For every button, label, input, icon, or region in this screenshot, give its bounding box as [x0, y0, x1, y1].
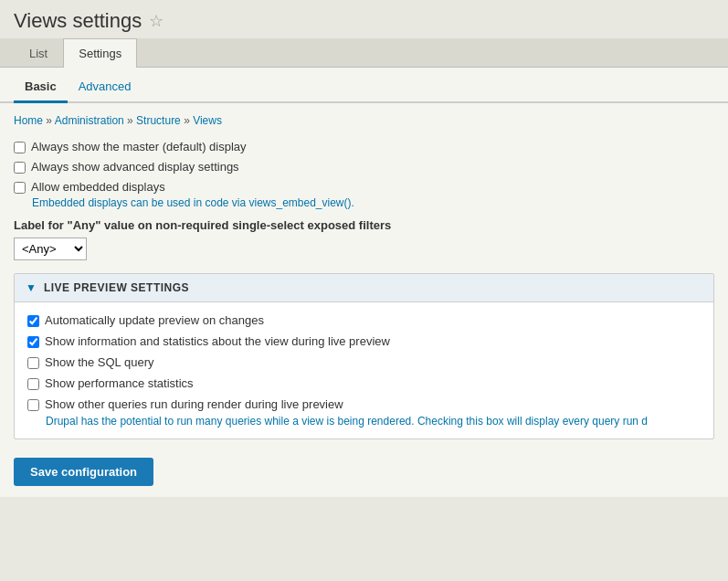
checkbox-row-show-perf: Show performance statistics	[27, 376, 701, 390]
inner-content: Home » Administration » Structure » View…	[0, 103, 728, 497]
checkbox-row-allow-embedded: Allow embedded displays	[14, 180, 714, 194]
checkbox-row-auto-update: Automatically update preview on changes	[27, 313, 701, 327]
breadcrumb: Home » Administration » Structure » View…	[14, 114, 714, 127]
collapse-arrow-icon: ▼	[26, 281, 37, 294]
live-preview-title: LIVE PREVIEW SETTINGS	[44, 281, 189, 294]
any-label-field-label: Label for "Any" value on non-required si…	[14, 218, 714, 232]
any-select[interactable]: <Any>	[14, 238, 87, 260]
always-master-checkbox[interactable]	[14, 142, 26, 153]
top-tab-bar: List Settings	[0, 38, 728, 68]
always-advanced-checkbox[interactable]	[14, 162, 26, 174]
auto-update-label[interactable]: Automatically update preview on changes	[45, 313, 264, 327]
favorite-icon[interactable]: ☆	[149, 11, 164, 31]
show-info-checkbox[interactable]	[27, 336, 39, 348]
page-title: Views settings	[14, 9, 142, 33]
show-perf-checkbox[interactable]	[27, 378, 39, 390]
auto-update-checkbox[interactable]	[27, 315, 39, 327]
save-configuration-button[interactable]: Save configuration	[14, 458, 153, 486]
embedded-help-text: Embedded displays can be used in code vi…	[32, 196, 714, 209]
show-sql-label[interactable]: Show the SQL query	[45, 355, 153, 369]
tab-list[interactable]: List	[14, 38, 63, 68]
show-other-label[interactable]: Show other queries run during render dur…	[45, 397, 343, 411]
live-preview-header[interactable]: ▼ LIVE PREVIEW SETTINGS	[15, 274, 713, 302]
checkbox-row-show-sql: Show the SQL query	[27, 355, 701, 369]
breadcrumb-administration[interactable]: Administration	[55, 114, 124, 127]
always-advanced-label[interactable]: Always show advanced display settings	[31, 160, 239, 174]
show-sql-checkbox[interactable]	[27, 357, 39, 369]
any-select-wrapper: <Any>	[14, 238, 714, 260]
allow-embedded-checkbox[interactable]	[14, 182, 26, 194]
page-wrapper: Views settings ☆ List Settings Basic Adv…	[0, 0, 728, 581]
checkbox-row-always-advanced: Always show advanced display settings	[14, 160, 714, 174]
show-perf-label[interactable]: Show performance statistics	[45, 376, 194, 390]
subtab-basic[interactable]: Basic	[14, 75, 68, 103]
breadcrumb-structure[interactable]: Structure	[136, 114, 181, 127]
subtab-advanced[interactable]: Advanced	[68, 75, 142, 103]
live-preview-section: ▼ LIVE PREVIEW SETTINGS Automatically up…	[14, 273, 714, 439]
live-preview-body: Automatically update preview on changes …	[15, 302, 713, 438]
page-title-bar: Views settings ☆	[0, 0, 728, 38]
sub-tab-bar: Basic Advanced	[0, 68, 728, 103]
show-other-checkbox[interactable]	[27, 399, 39, 411]
allow-embedded-label[interactable]: Allow embedded displays	[31, 180, 165, 194]
checkbox-row-show-other: Show other queries run during render dur…	[27, 397, 701, 411]
tab-settings[interactable]: Settings	[63, 38, 137, 68]
live-preview-warning: Drupal has the potential to run many que…	[46, 415, 701, 428]
main-checkboxes-section: Always show the master (default) display…	[14, 140, 714, 209]
breadcrumb-home[interactable]: Home	[14, 114, 43, 127]
checkbox-row-always-master: Always show the master (default) display	[14, 140, 714, 153]
content-area: Basic Advanced Home » Administration » S…	[0, 68, 728, 497]
show-info-label[interactable]: Show information and statistics about th…	[45, 334, 390, 348]
always-master-label[interactable]: Always show the master (default) display	[31, 140, 247, 153]
breadcrumb-views[interactable]: Views	[193, 114, 222, 127]
checkbox-row-show-info: Show information and statistics about th…	[27, 334, 701, 348]
